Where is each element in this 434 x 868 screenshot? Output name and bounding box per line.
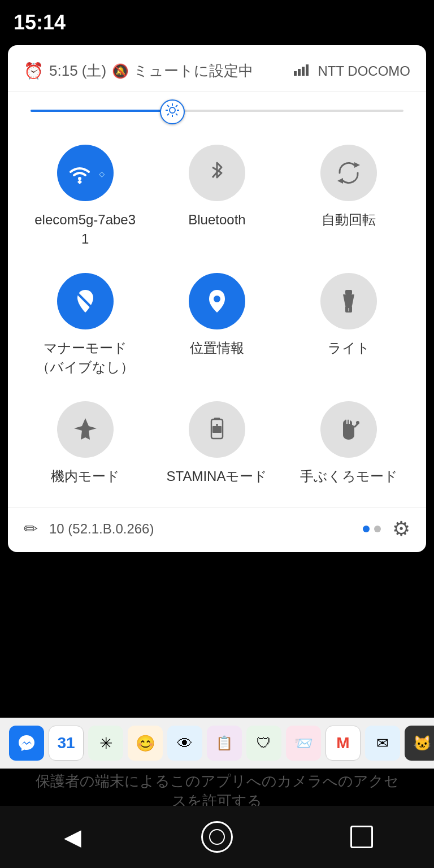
svg-rect-23 — [212, 426, 222, 433]
flashlight-label: ライト — [328, 338, 370, 358]
app-calendar[interactable]: 31 — [49, 726, 84, 761]
wifi-label: elecom5g-7abe3 1 — [34, 210, 136, 248]
tiles-grid: ⬦ elecom5g-7abe3 1 Bluetooth — [8, 125, 426, 503]
page-dots — [363, 526, 381, 532]
settings-gear-icon[interactable]: ⚙ — [392, 517, 410, 541]
tile-flashlight[interactable]: ライト — [283, 259, 415, 388]
airplane-tile-circle — [57, 401, 114, 458]
recents-icon — [350, 826, 373, 848]
panel-bottom: ✏ 10 (52.1.B.0.266) ⚙ — [8, 507, 426, 541]
nav-home-button[interactable] — [194, 814, 240, 860]
status-time: 15:14 — [14, 11, 66, 34]
svg-line-11 — [176, 105, 177, 107]
app-messenger[interactable] — [9, 726, 44, 761]
svg-point-17 — [214, 296, 220, 302]
info-bar: ⏰ 5:15 (土) 🔕 ミュートに設定中 NTT DOCOMO — [8, 45, 426, 92]
tile-autorotate[interactable]: 自動回転 — [283, 131, 415, 259]
nav-bar: ◀ — [0, 806, 434, 868]
app-tray: 31 ✳ 😊 👁 📋 🛡 📨 M ✉ 🐱 🐱 🐱 • — [0, 718, 434, 769]
mute-status-text: ミュートに設定中 — [133, 61, 294, 81]
page-dot-2 — [374, 526, 381, 532]
edit-icon[interactable]: ✏ — [24, 519, 38, 539]
svg-point-27 — [356, 421, 359, 424]
alarm-icon: ⏰ — [24, 62, 44, 80]
nav-back-button[interactable]: ◀ — [50, 814, 95, 860]
brightness-row[interactable] — [8, 92, 426, 125]
svg-point-4 — [170, 107, 175, 113]
stamina-tile-circle — [189, 401, 245, 458]
app-5[interactable]: 👁 — [167, 726, 202, 761]
app-7[interactable]: 🛡 — [246, 726, 281, 761]
tile-mannermode[interactable]: マナーモード （バイブなし） — [19, 259, 151, 388]
quick-settings-panel: ⏰ 5:15 (土) 🔕 ミュートに設定中 NTT DOCOMO — [8, 45, 426, 552]
back-icon: ◀ — [64, 824, 81, 850]
svg-rect-3 — [306, 64, 309, 76]
mannermode-tile-circle — [57, 273, 114, 329]
app-6[interactable]: 📋 — [207, 726, 242, 761]
app-4[interactable]: 😊 — [128, 726, 163, 761]
wifi-expand-icon: ⬦ — [98, 165, 106, 181]
svg-rect-1 — [298, 69, 301, 76]
app-11[interactable]: 🐱 — [405, 726, 434, 761]
nav-recents-button[interactable] — [339, 814, 384, 860]
tile-stamina[interactable]: STAMINAモード — [151, 388, 283, 497]
version-text: 10 (52.1.B.0.266) — [49, 521, 363, 537]
app-3[interactable]: ✳ — [88, 726, 123, 761]
svg-line-10 — [176, 114, 177, 115]
tile-glove[interactable]: 手ぶくろモード — [283, 388, 415, 497]
mannermode-label: マナーモード （バイブなし） — [36, 338, 134, 376]
tile-wifi[interactable]: ⬦ elecom5g-7abe3 1 — [19, 131, 151, 259]
brightness-thumb[interactable] — [160, 99, 185, 124]
home-icon — [201, 821, 233, 853]
brightness-icon — [165, 103, 180, 121]
carrier-text: NTT DOCOMO — [318, 63, 410, 79]
svg-point-13 — [78, 177, 81, 180]
bluetooth-label: Bluetooth — [188, 210, 245, 229]
status-bar: 15:14 — [0, 0, 434, 45]
app-8[interactable]: 📨 — [286, 726, 321, 761]
svg-rect-0 — [294, 71, 297, 76]
brightness-fill — [31, 110, 172, 112]
signal-icon — [294, 63, 310, 79]
svg-rect-2 — [302, 67, 305, 76]
bluetooth-tile-circle — [189, 145, 245, 201]
page-dot-1 — [363, 526, 370, 532]
svg-marker-14 — [354, 162, 360, 168]
svg-line-9 — [167, 105, 169, 107]
brightness-slider[interactable] — [31, 110, 403, 112]
glove-tile-circle — [320, 401, 377, 458]
flashlight-tile-circle — [320, 273, 377, 329]
stamina-label: STAMINAモード — [167, 467, 268, 486]
svg-marker-15 — [337, 178, 343, 184]
autorotate-label: 自動回転 — [322, 210, 376, 229]
svg-line-12 — [167, 114, 169, 115]
autorotate-tile-circle — [320, 145, 377, 201]
svg-rect-18 — [345, 290, 352, 294]
svg-line-26 — [354, 424, 358, 427]
app-10[interactable]: ✉ — [365, 726, 400, 761]
home-inner-circle — [209, 829, 225, 845]
tile-location[interactable]: 位置情報 — [151, 259, 283, 388]
airplane-label: 機内モード — [51, 467, 120, 486]
tile-airplane[interactable]: 機内モード — [19, 388, 151, 497]
location-label: 位置情報 — [190, 338, 244, 358]
svg-rect-22 — [214, 418, 220, 420]
glove-label: 手ぶくろモード — [300, 467, 398, 486]
bg-permission-text: 保護者の端末によるこのアプリへのカメラへのアクセスを許可する — [34, 771, 400, 811]
location-tile-circle — [189, 273, 245, 329]
app-gmail[interactable]: M — [326, 726, 361, 761]
wifi-tile-circle: ⬦ — [57, 145, 114, 201]
tile-bluetooth[interactable]: Bluetooth — [151, 131, 283, 259]
info-time: 5:15 (土) — [49, 61, 106, 81]
mute-icon: 🔕 — [112, 63, 129, 79]
